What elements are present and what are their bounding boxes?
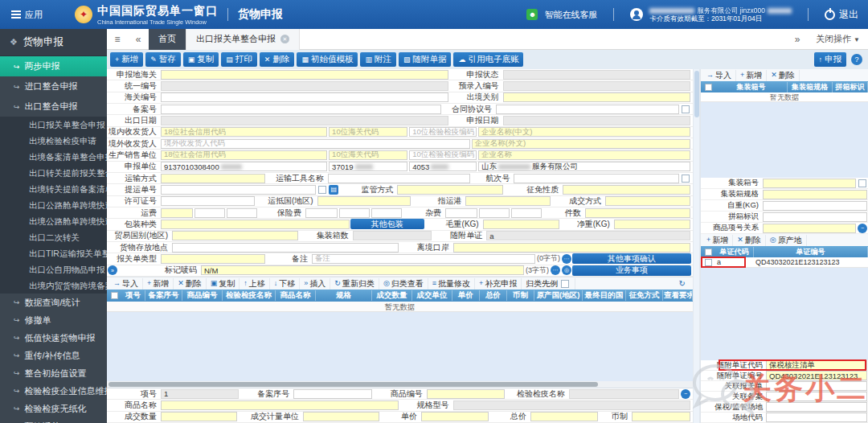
lcl-flag-input[interactable] (763, 212, 867, 222)
container-spec-input[interactable] (763, 190, 867, 199)
bill-no-input[interactable] (161, 185, 316, 195)
sidebar-item[interactable]: ↪ 预约通关 (0, 417, 107, 423)
toolbar-button[interactable]: 复制 (183, 52, 219, 67)
items-toolbar-button[interactable]: 导入 (109, 278, 143, 290)
insurance-currency-input[interactable] (371, 208, 402, 218)
sidebar-item[interactable]: ↪ 重传/补传信息 (0, 347, 107, 364)
select-all-checkbox[interactable] (111, 292, 118, 299)
items-toolbar-button[interactable]: 插入 (300, 278, 330, 290)
sidebar-subitem[interactable]: 出境备案清单整合申报 (0, 149, 107, 165)
export-date-input[interactable] (161, 116, 448, 125)
bill-no-checkbox[interactable] (318, 186, 326, 194)
menu-icon[interactable]: ≡ (107, 34, 128, 45)
contract-no-input[interactable] (496, 105, 679, 114)
miscfee-currency-input[interactable] (511, 208, 542, 218)
declare-status-input[interactable] (503, 70, 690, 80)
items-column-header[interactable]: 查看要求 (663, 290, 693, 301)
container-no-input[interactable] (763, 179, 856, 188)
items-toolbar-button[interactable]: 新增 (143, 278, 174, 290)
overseas-consignee-name-input[interactable]: 企业名称(外文) (472, 139, 690, 149)
related-record-input[interactable] (766, 392, 867, 401)
production-unit-name-input[interactable]: 企业名称 (478, 150, 690, 160)
site-code-input[interactable] (766, 413, 867, 422)
items-toolbar-button[interactable]: 批量修改 (428, 278, 475, 290)
sidebar-subitem[interactable]: 出口报关单整合申报 (0, 117, 107, 133)
declare-button[interactable]: 申报 (814, 52, 847, 67)
insurance-mark-input[interactable] (305, 208, 338, 218)
horizontal-scrollbar[interactable] (107, 381, 693, 388)
sidebar-subitem[interactable]: 出境转关提前备案清单整合 (0, 181, 107, 197)
items-column-header[interactable]: 原产国(地区) (534, 290, 583, 301)
currency-input[interactable] (632, 412, 690, 421)
goods-code-input[interactable] (427, 389, 505, 399)
items-column-header[interactable]: 项号 (121, 290, 145, 301)
container-weight-input[interactable] (763, 201, 867, 211)
toolbar-button[interactable]: 初始值模板 (297, 52, 358, 67)
items-column-header[interactable]: 规格 (316, 290, 372, 301)
toolbar-button[interactable]: 随附单据 (399, 52, 452, 67)
help-icon[interactable]: ? (851, 54, 862, 65)
unified-no-input[interactable] (161, 81, 448, 91)
trade-country-input[interactable] (172, 231, 298, 240)
online-service-link[interactable]: 智能在线客服 (544, 9, 597, 21)
domestic-consignor-name-input[interactable]: 企业名称(中文) (478, 127, 690, 137)
sidebar-subitem[interactable]: 出境公路舱单跨境快速通关 (0, 213, 107, 229)
tab-export-declaration[interactable]: 出口报关单整合申报 ✕ (186, 29, 300, 50)
apps-menu-button[interactable]: 应用 (0, 9, 52, 21)
attached-doc-no-input[interactable]: QD43032021E123123123 (766, 371, 867, 380)
business-matters-button[interactable]: 业务事项 (572, 265, 691, 276)
domestic-consignor-credit-code-input[interactable]: 18位社会信用代码 (161, 127, 327, 137)
transaction-mode-input[interactable] (605, 196, 690, 206)
sidebar-subitem[interactable]: 出境内贸货物跨境备案清单 (0, 277, 107, 294)
sidebar-item[interactable]: ↪ 检验检疫企业信息维护 (0, 382, 107, 400)
other-matters-confirm-button[interactable]: 其他事项确认 (572, 253, 691, 264)
transaction-unit-input[interactable] (303, 412, 379, 421)
record-seq-input[interactable] (293, 389, 371, 399)
domestic-consignor-ciq-code-input[interactable]: 10位检验检疫编码 (409, 127, 477, 137)
declare-unit-ciq-code-input[interactable]: 4053 (409, 162, 477, 171)
items-column-header[interactable]: 检验检疫名称 (223, 290, 276, 301)
insurance-rate-input[interactable] (339, 208, 370, 218)
bonded-site-input[interactable] (766, 402, 867, 412)
scroll-tabs-right-icon[interactable]: » (787, 34, 808, 45)
package-type-input[interactable] (161, 220, 350, 229)
horizontal-scrollbar-thumb[interactable] (108, 382, 598, 387)
doc-code-cell[interactable]: a (715, 258, 754, 266)
toolbar-button[interactable]: 附注 (360, 52, 396, 67)
contract-checkbox[interactable] (682, 105, 690, 113)
license-no-input[interactable] (161, 196, 255, 206)
declare-unit-credit-code-input[interactable]: 9137010308400 (161, 162, 327, 171)
remark-input[interactable]: 备注 (312, 254, 535, 264)
exemption-nature-input[interactable] (563, 185, 690, 195)
declare-date-input[interactable] (503, 116, 690, 125)
sidebar-item-two-step[interactable]: ↪ 两步申报 (0, 56, 107, 76)
other-package-button[interactable]: 其他包装 (350, 219, 424, 229)
production-unit-credit-code-input[interactable]: 18位社会信用代码 (161, 150, 327, 160)
close-operations-dropdown[interactable]: 关闭操作 ▼ (816, 33, 860, 45)
expand-icon[interactable]: » (108, 265, 117, 275)
classification-precedent-toggle[interactable]: 归类先例 (522, 278, 575, 290)
destination-port-input[interactable] (465, 196, 551, 206)
container-toolbar-button[interactable]: 删除 (767, 70, 800, 81)
tab-home[interactable]: 首页 (149, 29, 186, 50)
ciq-name-collapse-icon[interactable]: − (681, 389, 690, 399)
items-column-header[interactable]: 成交数量 (372, 290, 412, 301)
logout-button[interactable]: 退出 (825, 8, 858, 22)
sidebar-item-import-integrated[interactable]: ↪ 进口整合申报 (0, 76, 107, 97)
sidebar-subitem[interactable]: 出境检验检疫申请 (0, 133, 107, 149)
transaction-qty-input[interactable] (161, 412, 237, 421)
container-toolbar-button[interactable]: 导入 (702, 70, 736, 81)
ciq-name-input[interactable] (569, 389, 679, 399)
sidebar-root-cargo-declare[interactable]: ❖ 货物申报 (0, 29, 107, 56)
package-count-input[interactable] (585, 208, 690, 218)
voyage-checkbox[interactable] (682, 175, 690, 183)
toolbar-button[interactable]: 打印 (221, 52, 257, 67)
refresh-icon[interactable]: ↻ (674, 279, 690, 288)
docs-column-header[interactable]: 单证编号 (754, 247, 868, 257)
items-column-header[interactable]: 商品编号 (182, 290, 223, 301)
goods-item-relation-input[interactable] (763, 224, 856, 233)
net-weight-input[interactable] (614, 220, 690, 229)
bill-doc-icon[interactable]: ▤ (329, 185, 338, 195)
sidebar-item[interactable]: ↪ 数据查询/统计 (0, 294, 107, 311)
toolbar-button[interactable]: 删除 (260, 52, 295, 67)
